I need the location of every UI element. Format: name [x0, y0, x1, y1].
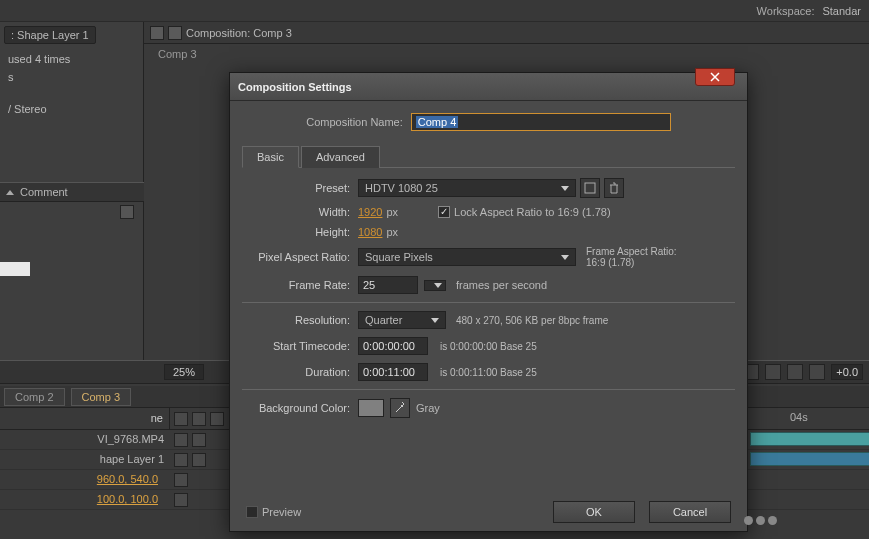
- width-value[interactable]: 1920: [358, 206, 382, 218]
- comp-name-label: Composition Name:: [306, 116, 411, 128]
- framerate-dropdown[interactable]: [424, 280, 446, 291]
- close-icon: [710, 72, 720, 82]
- par-dropdown[interactable]: Square Pixels: [358, 248, 576, 266]
- workspace-label: Workspace:: [757, 5, 815, 17]
- stereo-text: / Stereo: [4, 100, 139, 118]
- duration-input[interactable]: 0:00:11:00: [358, 363, 428, 381]
- comment-header[interactable]: Comment: [0, 182, 144, 202]
- layer-clip[interactable]: [750, 432, 869, 446]
- duration-info: is 0:00:11:00 Base 25: [440, 367, 537, 378]
- fps-text: frames per second: [456, 279, 547, 291]
- link-icon[interactable]: [174, 433, 188, 447]
- preset-label: Preset:: [242, 182, 358, 194]
- workspace-value[interactable]: Standar: [822, 5, 861, 17]
- switch-icon-3[interactable]: [210, 412, 224, 426]
- dialog-titlebar[interactable]: Composition Settings: [230, 73, 747, 101]
- left-text-s: s: [4, 68, 139, 86]
- camera-icon[interactable]: [787, 364, 803, 380]
- chevron-up-icon: [6, 190, 14, 195]
- preview-checkbox[interactable]: [246, 506, 258, 518]
- duration-label: Duration:: [242, 366, 358, 378]
- start-timecode-input[interactable]: 0:00:00:00: [358, 337, 428, 355]
- save-preset-icon[interactable]: [580, 178, 600, 198]
- preview-label: Preview: [262, 506, 301, 518]
- ok-button[interactable]: OK: [553, 501, 635, 523]
- start-timecode-label: Start Timecode:: [242, 340, 358, 352]
- tab-comp3[interactable]: Comp 3: [71, 388, 132, 406]
- left-panel: : Shape Layer 1 used 4 times s / Stereo: [0, 22, 144, 382]
- eyedropper-icon[interactable]: [390, 398, 410, 418]
- cancel-button[interactable]: Cancel: [649, 501, 731, 523]
- chevron-down-icon: [561, 186, 569, 191]
- composition-settings-dialog: Composition Settings Composition Name: C…: [229, 72, 748, 532]
- comp-name-input[interactable]: Comp 4: [411, 113, 671, 131]
- comp-icon[interactable]: [168, 26, 182, 40]
- px-text: px: [386, 226, 398, 238]
- flowchart-icon[interactable]: [120, 205, 134, 219]
- width-label: Width:: [242, 206, 358, 218]
- layer-name[interactable]: hape Layer 1: [0, 450, 170, 469]
- tab-basic[interactable]: Basic: [242, 146, 299, 168]
- framerate-input[interactable]: 25: [358, 276, 418, 294]
- switch-icon-2[interactable]: [192, 412, 206, 426]
- shape-layer-pill[interactable]: : Shape Layer 1: [4, 26, 96, 44]
- lock-aspect-label: Lock Aspect Ratio to 16:9 (1.78): [454, 206, 611, 218]
- composition-tab-label[interactable]: Composition: Comp 3: [186, 27, 292, 39]
- source-name-header[interactable]: ne: [0, 408, 170, 429]
- px-text: px: [386, 206, 398, 218]
- comp-breadcrumb[interactable]: Comp 3: [144, 44, 869, 64]
- slash-icon[interactable]: [192, 433, 206, 447]
- white-block: [0, 262, 30, 276]
- used-times-text: used 4 times: [4, 50, 139, 68]
- resolution-label: Resolution:: [242, 314, 358, 326]
- panel-icon[interactable]: [150, 26, 164, 40]
- viewer-icon-4[interactable]: [809, 364, 825, 380]
- ruler-mark: 04s: [790, 411, 808, 423]
- zoom-dropdown[interactable]: 25%: [164, 364, 204, 380]
- scale-value[interactable]: 100.0, 100.0: [91, 491, 164, 507]
- preview-checkbox-row[interactable]: Preview: [246, 506, 301, 518]
- chevron-down-icon: [431, 318, 439, 323]
- framerate-label: Frame Rate:: [242, 279, 358, 291]
- far-value: 16:9 (1.78): [586, 257, 677, 268]
- link-icon[interactable]: [174, 453, 188, 467]
- chevron-down-icon: [561, 255, 569, 260]
- lock-aspect-checkbox[interactable]: [438, 206, 450, 218]
- close-button[interactable]: [695, 68, 735, 86]
- link-icon[interactable]: [174, 493, 188, 507]
- tab-comp2[interactable]: Comp 2: [4, 388, 65, 406]
- chevron-down-icon: [434, 283, 442, 288]
- start-timecode-info: is 0:00:00:00 Base 25: [440, 341, 537, 352]
- slash-icon[interactable]: [192, 453, 206, 467]
- position-value[interactable]: 960.0, 540.0: [91, 471, 164, 487]
- switch-icon-1[interactable]: [174, 412, 188, 426]
- exposure-value[interactable]: +0.0: [831, 364, 863, 380]
- tab-advanced[interactable]: Advanced: [301, 146, 380, 168]
- resolution-info: 480 x 270, 506 KB per 8bpc frame: [456, 315, 608, 326]
- dialog-title-text: Composition Settings: [238, 81, 352, 93]
- preset-dropdown[interactable]: HDTV 1080 25: [358, 179, 576, 197]
- bgcolor-label: Background Color:: [242, 402, 358, 414]
- par-label: Pixel Aspect Ratio:: [242, 251, 358, 263]
- resize-grip-icon: [744, 516, 777, 525]
- trash-icon[interactable]: [604, 178, 624, 198]
- comment-label: Comment: [20, 186, 68, 198]
- height-label: Height:: [242, 226, 358, 238]
- far-label: Frame Aspect Ratio:: [586, 246, 677, 257]
- link-icon[interactable]: [174, 473, 188, 487]
- layer-name[interactable]: VI_9768.MP4: [0, 430, 170, 449]
- viewer-icon-2[interactable]: [765, 364, 781, 380]
- layer-clip[interactable]: [750, 452, 869, 466]
- bgcolor-swatch[interactable]: [358, 399, 384, 417]
- bgcolor-name: Gray: [416, 402, 440, 414]
- resolution-dropdown[interactable]: Quarter: [358, 311, 446, 329]
- height-value[interactable]: 1080: [358, 226, 382, 238]
- svg-rect-0: [585, 183, 595, 193]
